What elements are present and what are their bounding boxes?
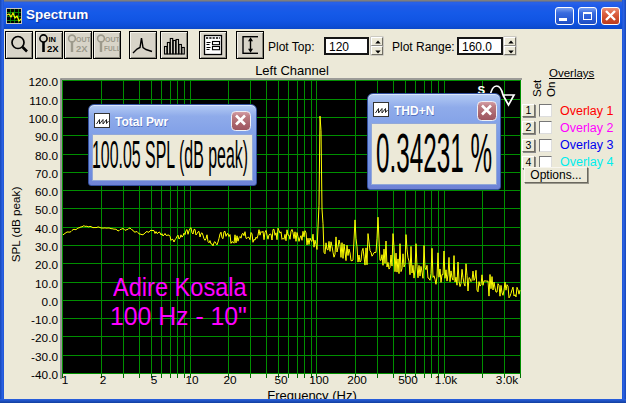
svg-text:2X: 2X (76, 43, 88, 54)
svg-text:FULL: FULL (104, 45, 120, 52)
svg-text:2X: 2X (47, 43, 59, 54)
svg-text:OUT: OUT (105, 36, 120, 43)
